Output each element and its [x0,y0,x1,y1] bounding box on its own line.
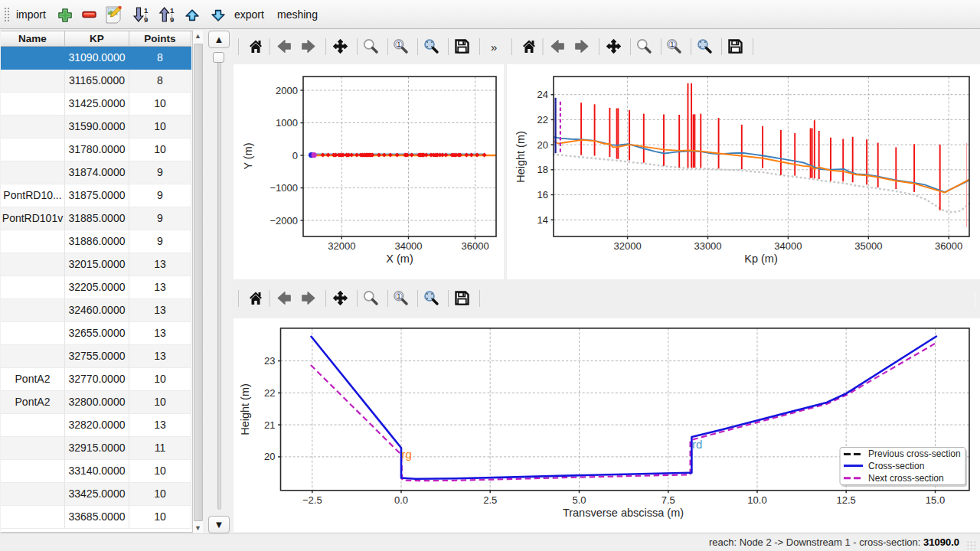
svg-text:Cross-section: Cross-section [868,461,924,471]
svg-text:rd: rd [692,438,702,451]
svg-text:22: 22 [537,114,548,126]
svg-text:Y (m): Y (m) [242,142,254,169]
svg-text:7.5: 7.5 [662,494,675,506]
svg-text:18: 18 [537,164,548,175]
svg-text:2000: 2000 [276,85,298,96]
svg-text:Transverse abscissa (m): Transverse abscissa (m) [563,507,684,519]
svg-text:0.0: 0.0 [394,494,408,506]
svg-text:rg: rg [402,448,412,461]
svg-text:12.5: 12.5 [837,494,856,506]
svg-text:1: 1 [170,6,175,15]
svg-text:20: 20 [264,451,275,462]
svg-text:32000: 32000 [328,240,355,252]
svg-text:21: 21 [264,419,275,431]
svg-text:10.0: 10.0 [747,494,766,506]
svg-text:32000: 32000 [614,240,642,252]
svg-text:Height (m): Height (m) [514,131,527,183]
svg-text:1: 1 [144,6,149,15]
svg-text:1000: 1000 [276,117,298,129]
svg-text:0: 0 [292,150,298,161]
svg-text:»: » [491,41,497,54]
svg-text:35000: 35000 [854,240,882,252]
svg-text:Next cross-section: Next cross-section [868,473,944,484]
svg-text:34000: 34000 [394,240,422,252]
svg-text:24: 24 [537,89,548,100]
svg-text:15.0: 15.0 [926,494,945,506]
svg-text:20: 20 [537,139,548,151]
svg-text:−1000: −1000 [270,182,298,194]
svg-text:16: 16 [537,189,548,201]
svg-text:22: 22 [264,387,275,399]
svg-text:−2.5: −2.5 [302,494,322,506]
svg-text:14: 14 [537,214,548,226]
svg-text:36000: 36000 [462,240,489,252]
svg-text:9: 9 [144,15,148,24]
svg-text:33000: 33000 [694,240,721,252]
svg-text:2.5: 2.5 [483,494,497,506]
svg-text:5.0: 5.0 [572,494,586,506]
svg-text:Height (m): Height (m) [239,383,251,435]
svg-text:23: 23 [264,355,275,367]
svg-text:34000: 34000 [774,240,802,252]
svg-text:−2000: −2000 [270,215,298,227]
svg-text:Previous cross-section: Previous cross-section [868,448,961,459]
svg-text:36000: 36000 [935,240,962,252]
svg-text:9: 9 [170,15,174,24]
svg-text:X (m): X (m) [386,253,413,265]
svg-text:Kp (m): Kp (m) [744,253,778,265]
